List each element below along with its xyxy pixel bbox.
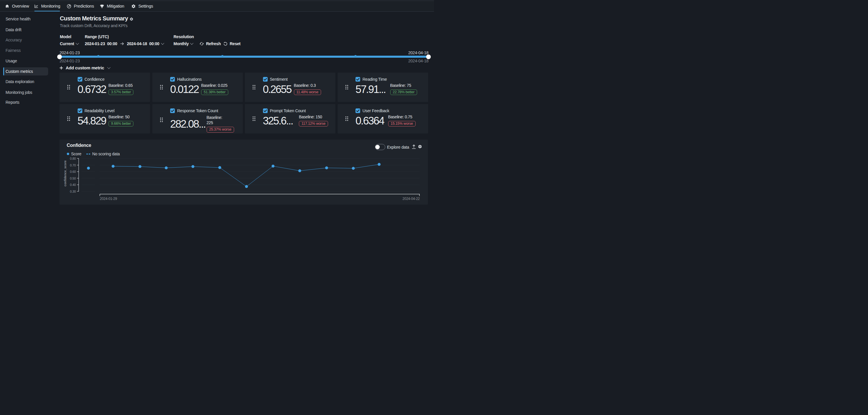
svg-text:0.30: 0.30: [70, 190, 76, 193]
svg-text:0.40: 0.40: [70, 183, 76, 186]
svg-text:0.60: 0.60: [70, 170, 76, 173]
svg-text:0.80: 0.80: [70, 157, 76, 160]
svg-text:0.50: 0.50: [70, 177, 76, 180]
svg-text:2024-04-22: 2024-04-22: [402, 197, 420, 201]
svg-text:0.70: 0.70: [70, 164, 76, 167]
svg-text:2024-01-29: 2024-01-29: [100, 197, 117, 201]
